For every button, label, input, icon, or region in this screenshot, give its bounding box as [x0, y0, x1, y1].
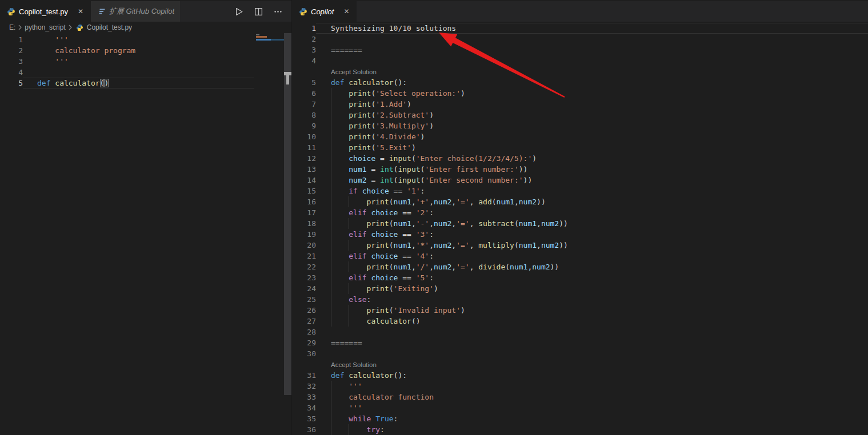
- close-icon[interactable]: ✕: [342, 7, 351, 15]
- tab-copilot[interactable]: Copilot ✕: [292, 1, 357, 22]
- code-text[interactable]: ''': [23, 34, 254, 45]
- breadcrumb-file[interactable]: Copilot_test.py: [87, 23, 132, 31]
- code-line: 28: [292, 327, 868, 337]
- line-number: 29: [292, 337, 316, 348]
- left-code-editor[interactable]: 1 '''2 calculator program3 '''45def calc…: [0, 33, 254, 88]
- code-text[interactable]: print('5.Exit'): [316, 142, 868, 153]
- indent-guide: [331, 186, 349, 196]
- indent-guide: [349, 261, 366, 272]
- code-text[interactable]: print(num1,'*',num2,'=', multiply(num1,n…: [316, 240, 868, 251]
- line-number: 1: [0, 34, 23, 45]
- code-text[interactable]: try:: [316, 424, 868, 435]
- line-number: 28: [292, 327, 316, 337]
- code-text[interactable]: choice = input('Enter choice(1/2/3/4/5):…: [316, 153, 868, 164]
- code-line: 11 print('5.Exit'): [292, 142, 868, 153]
- code-text[interactable]: elif choice == '3':: [316, 229, 868, 240]
- split-editor-icon[interactable]: [253, 6, 264, 17]
- code-text[interactable]: while True:: [316, 413, 868, 424]
- code-text[interactable]: calculator(): [316, 316, 868, 327]
- breadcrumb-drive[interactable]: E:: [9, 23, 15, 31]
- code-text[interactable]: calculator function: [316, 392, 868, 402]
- code-text[interactable]: [23, 67, 254, 78]
- line-number: [292, 359, 316, 370]
- code-text[interactable]: print('3.Multiply'): [316, 120, 868, 131]
- tab-extension-github-copilot[interactable]: 扩展 GitHub Copilot: [91, 1, 180, 22]
- code-line: 16 print(num1,'+',num2,'=', add(num1,num…: [292, 196, 868, 207]
- code-text[interactable]: elif choice == '4':: [316, 251, 868, 261]
- code-text[interactable]: print(num1,'-',num2,'=', subtract(num1,n…: [316, 218, 868, 229]
- code-text[interactable]: print('Exiting'): [316, 283, 868, 294]
- line-number: 12: [292, 153, 316, 164]
- run-python-file-button[interactable]: [233, 6, 245, 17]
- code-text[interactable]: [316, 327, 868, 337]
- breadcrumb-folder[interactable]: python_script: [25, 23, 65, 31]
- code-text[interactable]: [316, 34, 868, 45]
- code-line: 26 print('Invalid input'): [292, 305, 868, 316]
- indent-guide: [331, 294, 349, 305]
- indent-guide: [331, 99, 349, 110]
- code-text[interactable]: else:: [316, 294, 868, 305]
- code-line: 2 calculator program: [0, 45, 254, 56]
- code-text[interactable]: def calculator():: [316, 77, 868, 88]
- line-number: 30: [292, 348, 316, 359]
- codelens-action[interactable]: Accept Solution: [316, 66, 868, 77]
- indent-guide: [331, 175, 349, 186]
- indent-guide: [331, 261, 349, 272]
- line-number: 16: [292, 196, 316, 207]
- line-number: 14: [292, 175, 316, 186]
- code-text[interactable]: print('Select operation:'): [316, 88, 868, 99]
- tab-copilot-test-py[interactable]: Copilot_test.py ✕: [0, 1, 91, 22]
- code-text[interactable]: print('4.Divide'): [316, 131, 868, 142]
- code-text[interactable]: =======: [316, 337, 868, 348]
- code-text[interactable]: num2 = int(input('Enter second number:')…: [316, 175, 868, 186]
- accept-solution-link[interactable]: Accept Solution: [331, 69, 377, 75]
- code-text[interactable]: def calculator(): [23, 78, 254, 88]
- code-line: 27 calculator(): [292, 316, 868, 327]
- code-text[interactable]: print(num1,'/',num2,'=', divide(num1,num…: [316, 261, 868, 272]
- left-tab-bar: Copilot_test.py ✕ 扩展 GitHub Copilot: [0, 1, 291, 22]
- code-line: 33 calculator function: [292, 392, 868, 402]
- accept-solution-link[interactable]: Accept Solution: [331, 361, 377, 368]
- code-line: 20 print(num1,'*',num2,'=', multiply(num…: [292, 240, 868, 251]
- code-text[interactable]: def calculator():: [316, 370, 868, 381]
- code-text[interactable]: elif choice == '2':: [316, 207, 868, 218]
- code-line: 25 else:: [292, 294, 868, 305]
- minimap-line: [256, 39, 284, 41]
- mouse-text-cursor: [284, 71, 292, 85]
- code-text[interactable]: [316, 55, 868, 66]
- close-icon[interactable]: ✕: [76, 7, 85, 15]
- code-text[interactable]: print('2.Subtract'): [316, 110, 868, 120]
- code-text[interactable]: ''': [23, 56, 254, 67]
- minimap[interactable]: [256, 33, 285, 67]
- code-line: 1Synthesizing 10/10 solutions: [292, 23, 868, 34]
- line-number: 36: [292, 424, 316, 435]
- code-line: 23 elif choice == '5':: [292, 272, 868, 283]
- indent-guide: [331, 424, 349, 435]
- codelens-action[interactable]: Accept Solution: [316, 359, 868, 370]
- code-text[interactable]: if choice == '1':: [316, 186, 868, 196]
- code-text[interactable]: elif choice == '5':: [316, 272, 868, 283]
- tab-label: Copilot: [311, 7, 334, 16]
- line-number: 2: [0, 45, 23, 56]
- scrollbar-thumb[interactable]: [284, 33, 291, 395]
- ellipsis-icon[interactable]: [272, 6, 283, 17]
- code-text[interactable]: print(num1,'+',num2,'=', add(num1,num2)): [316, 196, 868, 207]
- code-line: 4: [292, 55, 868, 66]
- indent-guide: [331, 392, 349, 402]
- copilot-solutions-editor[interactable]: 1Synthesizing 10/10 solutions23=======4A…: [292, 22, 868, 435]
- tab-label: Copilot_test.py: [19, 7, 68, 16]
- code-text[interactable]: =======: [316, 45, 868, 55]
- indent-guide: [331, 110, 349, 120]
- indent-guide: [331, 207, 349, 218]
- code-text[interactable]: ''': [316, 381, 868, 392]
- code-text[interactable]: Synthesizing 10/10 solutions: [316, 23, 868, 34]
- extension-icon: [98, 7, 106, 15]
- code-text[interactable]: print('Invalid input'): [316, 305, 868, 316]
- code-text[interactable]: ''': [316, 402, 868, 413]
- code-text[interactable]: print('1.Add'): [316, 99, 868, 110]
- indent-guide: [331, 164, 349, 175]
- right-tab-bar: Copilot ✕: [292, 1, 868, 22]
- code-text[interactable]: num1 = int(input('Enter first number:')): [316, 164, 868, 175]
- code-text[interactable]: [316, 348, 868, 359]
- code-text[interactable]: calculator program: [23, 45, 254, 56]
